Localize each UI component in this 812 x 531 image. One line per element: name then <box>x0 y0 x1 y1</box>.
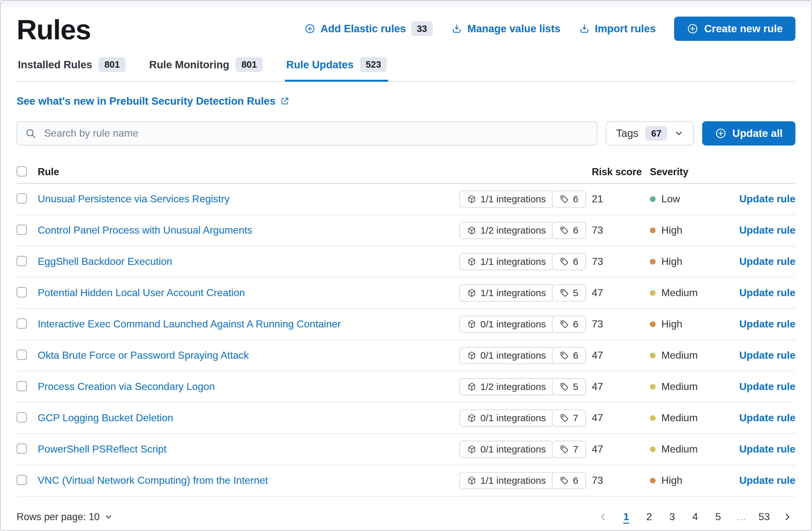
risk-score-value: 21 <box>592 193 650 205</box>
severity-label: Medium <box>661 287 698 299</box>
rule-name-link[interactable]: Potential Hidden Local User Account Crea… <box>38 287 245 298</box>
integrations-badge[interactable]: 1/1 integrations <box>459 472 553 489</box>
rule-name-link[interactable]: PowerShell PSReflect Script <box>38 443 166 455</box>
severity-dot <box>650 196 656 202</box>
row-checkbox[interactable] <box>17 412 27 423</box>
tags-badge[interactable]: 6 <box>552 347 586 364</box>
row-checkbox[interactable] <box>17 256 27 266</box>
column-header-rule: Rule <box>38 166 459 178</box>
update-rule-link[interactable]: Update rule <box>739 381 795 393</box>
external-link-icon <box>280 97 290 106</box>
severity-label: Medium <box>661 350 698 361</box>
integrations-badge[interactable]: 1/2 integrations <box>459 378 553 395</box>
severity-label: Medium <box>661 381 698 393</box>
tab-rule-monitoring-badge: 801 <box>235 57 262 72</box>
tags-badge[interactable]: 7 <box>552 409 586 427</box>
update-rule-link[interactable]: Update rule <box>739 412 795 424</box>
tag-icon <box>560 413 569 423</box>
page-button-53[interactable]: 53 <box>756 507 772 527</box>
tab-installed-rules-badge: 801 <box>99 57 126 72</box>
integrations-badge[interactable]: 1/1 integrations <box>459 253 553 270</box>
rows-per-page-label: Rows per page: 10 <box>17 511 100 523</box>
severity-label: Medium <box>661 412 698 424</box>
search-input[interactable] <box>17 121 597 146</box>
plus-circle-icon <box>687 23 698 34</box>
integrations-badge[interactable]: 0/1 integrations <box>459 347 553 364</box>
integrations-badge[interactable]: 0/1 integrations <box>459 315 553 333</box>
row-checkbox[interactable] <box>17 444 27 454</box>
select-all-checkbox[interactable] <box>17 166 27 176</box>
rule-name-link[interactable]: EggShell Backdoor Execution <box>38 255 172 267</box>
update-rule-link[interactable]: Update rule <box>739 318 795 330</box>
row-checkbox[interactable] <box>17 475 27 485</box>
update-rule-link[interactable]: Update rule <box>739 287 795 299</box>
next-page-button[interactable] <box>779 507 795 527</box>
row-checkbox[interactable] <box>17 193 27 204</box>
row-checkbox[interactable] <box>17 225 27 235</box>
integrations-badge[interactable]: 1/2 integrations <box>459 222 553 239</box>
tags-badge[interactable]: 6 <box>552 472 586 489</box>
rows-per-page-button[interactable]: Rows per page: 10 <box>17 511 113 523</box>
rule-name-link[interactable]: Process Creation via Secondary Logon <box>38 381 215 392</box>
page-button-4[interactable]: 4 <box>687 507 704 527</box>
plus-circle-icon <box>715 128 726 139</box>
table-row: Potential Hidden Local User Account Crea… <box>17 278 795 309</box>
rule-name-link[interactable]: Control Panel Process with Unusual Argum… <box>38 224 252 236</box>
rule-name-link[interactable]: VNC (Virtual Network Computing) from the… <box>38 474 268 486</box>
tab-rule-updates-label: Rule Updates <box>286 59 354 71</box>
update-rule-link[interactable]: Update rule <box>739 255 795 267</box>
integrations-badge[interactable]: 0/1 integrations <box>459 441 553 458</box>
page-button-2[interactable]: 2 <box>641 507 657 527</box>
tags-badge[interactable]: 6 <box>552 191 586 208</box>
severity-dot <box>650 415 656 421</box>
create-new-rule-button[interactable]: Create new rule <box>674 17 795 41</box>
tab-rule-monitoring[interactable]: Rule Monitoring 801 <box>148 53 264 82</box>
tags-filter-button[interactable]: Tags 67 <box>606 121 694 146</box>
tags-badge[interactable]: 5 <box>552 284 586 301</box>
pagination: 1 2 3 4 5 … 53 <box>595 507 795 527</box>
integrations-badge[interactable]: 1/1 integrations <box>459 284 553 301</box>
row-checkbox[interactable] <box>17 287 27 297</box>
integrations-badge[interactable]: 0/1 integrations <box>459 409 553 427</box>
table-row: EggShell Backdoor Execution 1/1 integrat… <box>17 246 795 278</box>
severity-dot <box>650 478 656 484</box>
tags-badge[interactable]: 6 <box>552 315 586 333</box>
tags-badge[interactable]: 7 <box>552 441 586 458</box>
risk-score-value: 47 <box>592 412 650 424</box>
severity-label: Medium <box>661 443 698 455</box>
rule-name-link[interactable]: Okta Brute Force or Password Spraying At… <box>38 350 249 361</box>
manage-value-lists-button[interactable]: Manage value lists <box>451 23 561 35</box>
page-button-5[interactable]: 5 <box>710 507 726 527</box>
tag-icon <box>560 226 569 235</box>
tags-badge[interactable]: 5 <box>552 378 586 395</box>
previous-page-button[interactable] <box>595 507 611 527</box>
add-elastic-rules-label: Add Elastic rules <box>320 23 406 35</box>
tab-installed-rules-label: Installed Rules <box>18 59 92 71</box>
page-button-3[interactable]: 3 <box>664 507 681 527</box>
whats-new-link-label: See what's new in Prebuilt Security Dete… <box>17 95 275 107</box>
page-button-1[interactable]: 1 <box>618 507 635 527</box>
tab-installed-rules[interactable]: Installed Rules 801 <box>17 53 127 82</box>
update-rule-link[interactable]: Update rule <box>739 224 795 236</box>
add-elastic-rules-button[interactable]: Add Elastic rules 33 <box>304 21 433 36</box>
rules-table: Rule Risk score Severity Unusual Persist… <box>17 161 795 497</box>
tags-badge[interactable]: 6 <box>552 222 586 239</box>
tab-rule-updates[interactable]: Rule Updates 523 <box>285 53 388 82</box>
integrations-badge[interactable]: 1/1 integrations <box>459 191 553 208</box>
rule-name-link[interactable]: GCP Logging Bucket Deletion <box>38 412 173 424</box>
row-checkbox[interactable] <box>17 381 27 391</box>
update-rule-link[interactable]: Update rule <box>739 193 795 205</box>
update-rule-link[interactable]: Update rule <box>739 474 795 486</box>
row-checkbox[interactable] <box>17 319 27 329</box>
import-rules-button[interactable]: Import rules <box>579 23 656 35</box>
rule-name-link[interactable]: Unusual Persistence via Services Registr… <box>38 193 230 205</box>
column-header-risk-score: Risk score <box>592 166 650 178</box>
update-all-button[interactable]: Update all <box>702 121 795 146</box>
row-checkbox[interactable] <box>17 350 27 360</box>
rule-name-link[interactable]: Interactive Exec Command Launched Agains… <box>38 318 341 330</box>
update-rule-link[interactable]: Update rule <box>739 443 795 455</box>
tags-badge[interactable]: 6 <box>552 253 586 270</box>
update-rule-link[interactable]: Update rule <box>739 350 795 361</box>
package-icon <box>467 444 477 454</box>
whats-new-link[interactable]: See what's new in Prebuilt Security Dete… <box>17 95 290 107</box>
